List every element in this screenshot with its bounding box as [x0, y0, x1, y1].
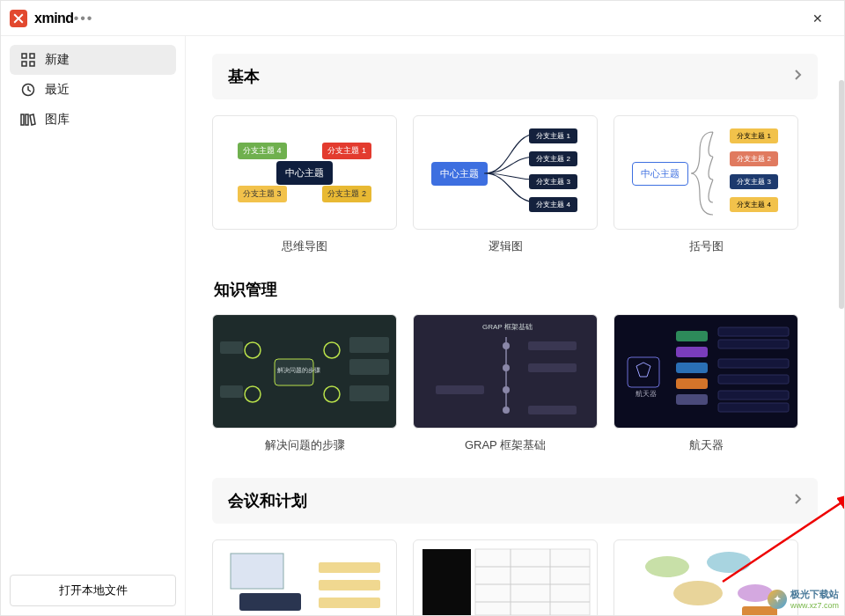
template-thumb-logic[interactable]: 中心主题 分支主题 1 分支主题 2 分支主题 3 分支主题 4 — [413, 115, 598, 230]
title-bar: xmind ••• ✕ — [1, 1, 844, 36]
section-meetings-header[interactable]: 会议和计划 — [212, 478, 818, 524]
svg-rect-30 — [676, 378, 708, 389]
app-brand: xmind — [34, 11, 74, 26]
svg-rect-5 — [21, 114, 24, 125]
svg-rect-6 — [26, 114, 28, 125]
section-knowledge-title: 知识管理 — [214, 279, 818, 300]
app-body: 新建 最近 图库 打开本地文件 — [1, 36, 844, 615]
svg-point-11 — [324, 386, 340, 402]
template-caption: GRAP 框架基础 — [413, 437, 598, 453]
svg-point-8 — [245, 342, 261, 358]
chevron-right-icon — [793, 69, 802, 84]
svg-point-50 — [645, 556, 689, 577]
template-thumb-bracket[interactable]: 中心主题 分支主题 1 分支主题 2 分支主题 3 分支主题 4 — [614, 115, 798, 230]
sidebar-item-recent[interactable]: 最近 — [10, 75, 176, 105]
template-card-spacecraft: 航天器 航天器 — [614, 314, 798, 453]
template-thumb-problem-solving[interactable]: 解决问题的步骤 — [212, 314, 397, 429]
svg-rect-27 — [676, 331, 708, 341]
svg-point-20 — [503, 386, 510, 393]
sidebar-item-new[interactable]: 新建 — [10, 45, 176, 75]
more-menu-button[interactable]: ••• — [74, 11, 94, 26]
main-content: 基本 中心主题 分支主题 1 分支主题 2 分支主题 3 分支主题 4 思维导图 — [186, 36, 844, 615]
thumb-center: 中心主题 — [632, 162, 688, 186]
sidebar-item-label: 最近 — [45, 82, 70, 98]
thumb-node: 分支主题 3 — [730, 174, 778, 189]
thumb-center: 中心主题 — [276, 161, 333, 185]
thumb-center: 中心主题 — [431, 162, 488, 186]
svg-rect-38 — [231, 554, 283, 589]
knowledge-templates-grid: 解决问题的步骤 解决问题的步骤 — [212, 314, 818, 453]
svg-rect-23 — [528, 363, 577, 372]
thumb-center-label: GRAP 框架基础 — [482, 322, 533, 332]
template-thumb-grap[interactable]: GRAP 框架基础 — [413, 314, 598, 429]
thumb-graphic — [614, 315, 798, 429]
template-caption: 思维导图 — [212, 238, 397, 254]
library-icon — [20, 112, 36, 128]
thumb-node: 分支主题 2 — [322, 186, 371, 202]
template-thumb-spacecraft[interactable]: 航天器 — [614, 314, 798, 429]
section-meetings-title: 会议和计划 — [228, 490, 307, 511]
template-thumb-meeting-1[interactable] — [212, 539, 397, 615]
svg-rect-36 — [718, 391, 789, 400]
window-close-button[interactable]: ✕ — [800, 11, 835, 26]
svg-rect-44 — [475, 549, 590, 615]
thumb-graphic — [414, 315, 598, 429]
svg-rect-39 — [239, 593, 301, 611]
app-window: xmind ••• ✕ 新建 最近 — [0, 0, 845, 616]
svg-rect-26 — [628, 357, 659, 387]
thumb-center-label: 航天器 — [636, 389, 657, 399]
open-local-file-button[interactable]: 打开本地文件 — [10, 575, 176, 606]
thumb-node: 分支主题 1 — [529, 128, 577, 143]
sidebar-item-label: 图库 — [45, 112, 70, 128]
svg-rect-16 — [220, 385, 243, 398]
template-caption: 括号图 — [614, 238, 798, 254]
svg-point-18 — [503, 342, 510, 349]
clock-icon — [20, 82, 36, 98]
grid-icon — [20, 52, 36, 68]
svg-rect-29 — [676, 363, 708, 373]
thumb-node: 分支主题 1 — [730, 128, 778, 143]
sidebar: 新建 最近 图库 打开本地文件 — [1, 36, 186, 615]
svg-rect-32 — [718, 327, 789, 336]
svg-rect-54 — [742, 606, 777, 615]
svg-rect-28 — [676, 347, 708, 357]
app-logo-icon — [10, 10, 27, 27]
svg-point-9 — [245, 386, 261, 402]
thumb-node: 分支主题 3 — [238, 186, 287, 202]
thumb-center-label: 解决问题的步骤 — [277, 366, 320, 375]
section-basic-title: 基本 — [228, 66, 260, 87]
svg-rect-24 — [436, 385, 484, 394]
template-caption: 航天器 — [614, 437, 798, 453]
template-caption: 逻辑图 — [413, 238, 598, 254]
svg-rect-13 — [349, 359, 389, 375]
thumb-node: 分支主题 4 — [238, 143, 287, 159]
svg-rect-43 — [422, 549, 471, 615]
svg-rect-42 — [319, 598, 380, 608]
svg-rect-14 — [349, 385, 389, 401]
svg-rect-0 — [22, 54, 26, 58]
svg-point-21 — [503, 407, 510, 414]
svg-rect-22 — [528, 341, 577, 350]
sidebar-item-library[interactable]: 图库 — [10, 105, 176, 135]
section-basic-header[interactable]: 基本 — [212, 54, 818, 99]
svg-point-10 — [324, 342, 340, 358]
template-thumb-meeting-3[interactable] — [614, 539, 798, 615]
svg-rect-25 — [528, 406, 577, 414]
svg-point-52 — [673, 581, 723, 605]
template-thumb-meeting-2[interactable] — [413, 539, 598, 615]
svg-rect-1 — [30, 54, 34, 58]
thumb-node: 分支主题 2 — [529, 151, 577, 166]
thumb-node: 分支主题 1 — [322, 143, 371, 159]
thumb-node: 分支主题 4 — [730, 197, 778, 212]
thumb-node: 分支主题 3 — [529, 174, 577, 189]
svg-rect-33 — [718, 340, 789, 348]
svg-rect-12 — [349, 337, 389, 353]
sidebar-item-label: 新建 — [45, 52, 70, 68]
scrollbar[interactable] — [839, 80, 844, 309]
svg-rect-31 — [676, 394, 708, 405]
svg-point-19 — [503, 364, 510, 371]
template-card-logic: 中心主题 分支主题 1 分支主题 2 分支主题 3 分支主题 4 逻辑图 — [413, 115, 598, 254]
basic-templates-grid: 中心主题 分支主题 1 分支主题 2 分支主题 3 分支主题 4 思维导图 中心… — [212, 115, 818, 254]
svg-rect-34 — [718, 359, 789, 368]
template-thumb-mindmap[interactable]: 中心主题 分支主题 1 分支主题 2 分支主题 3 分支主题 4 — [212, 115, 397, 230]
